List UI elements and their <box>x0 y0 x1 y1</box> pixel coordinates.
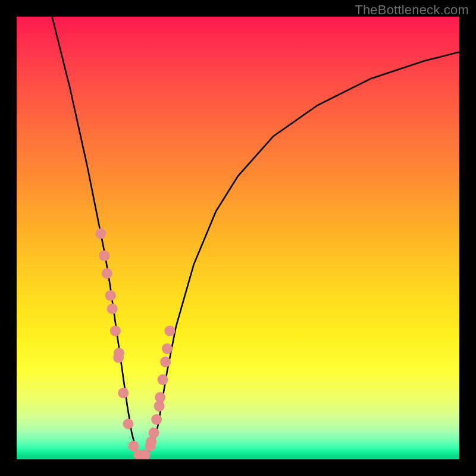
sample-point <box>105 290 116 301</box>
sample-points-group <box>95 228 175 459</box>
chart-frame: TheBottleneck.com <box>0 0 476 476</box>
sample-point <box>164 325 175 336</box>
sample-point <box>155 392 165 403</box>
sample-point <box>107 303 118 314</box>
sample-point <box>160 356 171 367</box>
sample-point <box>102 268 112 279</box>
chart-svg <box>17 17 459 459</box>
sample-point <box>149 427 159 438</box>
sample-point <box>110 325 121 336</box>
sample-point <box>99 250 109 261</box>
sample-point <box>162 343 173 354</box>
sample-point <box>118 387 129 398</box>
sample-point <box>114 347 124 358</box>
plot-area <box>17 17 459 459</box>
bottleneck-curve <box>52 17 460 455</box>
watermark-text: TheBottleneck.com <box>355 2 469 18</box>
sample-point <box>123 419 134 430</box>
sample-point <box>158 374 168 385</box>
sample-point <box>151 414 162 425</box>
sample-point <box>95 228 106 239</box>
